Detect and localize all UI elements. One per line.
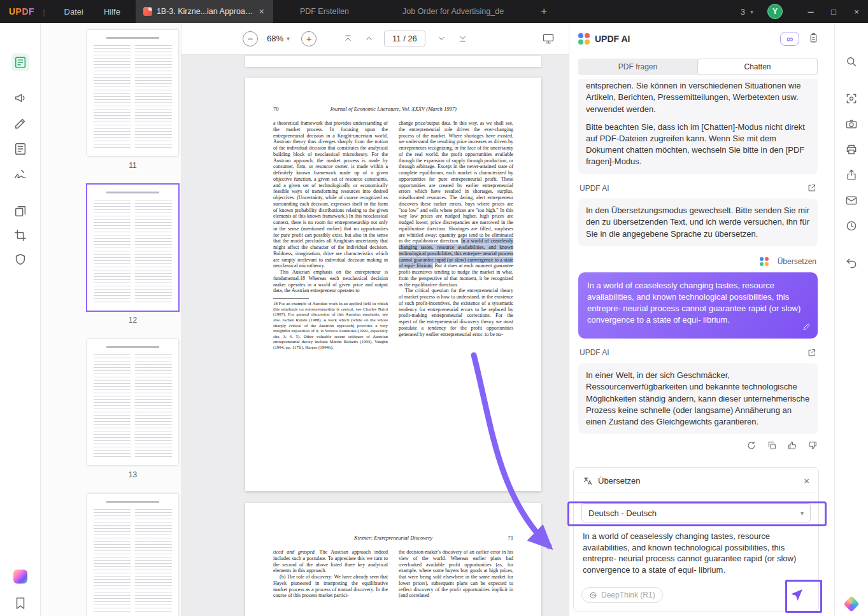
pencil-icon <box>802 322 811 331</box>
thumb-text <box>106 346 159 348</box>
ai-message: In einer Welt, in der sich Geschmäcker, … <box>578 363 818 434</box>
regenerate-button[interactable] <box>746 440 757 451</box>
thumbnail-page-14[interactable] <box>87 494 178 616</box>
undo-button[interactable] <box>844 256 858 270</box>
organize-pages-button[interactable] <box>11 202 29 220</box>
open-in-window-icon[interactable] <box>807 348 816 358</box>
presentation-icon <box>542 32 555 45</box>
left-toolbar <box>0 23 41 616</box>
maximize-button[interactable]: □ <box>822 0 845 23</box>
ai-mode-tabs: PDF fragen Chatten <box>578 59 818 75</box>
new-tab-button[interactable]: + <box>534 5 553 18</box>
deepthink-button[interactable]: DeepThink (R1) <box>581 587 663 603</box>
thumb-text <box>106 37 159 39</box>
avatar[interactable]: Y <box>767 4 783 19</box>
zoom-caret-icon[interactable]: ▾ <box>287 35 290 42</box>
send-button[interactable] <box>784 585 809 605</box>
tab-overflow-button[interactable]: 3 ▾ <box>741 7 753 17</box>
close-button[interactable]: × <box>845 0 868 23</box>
first-page-button[interactable] <box>343 34 353 43</box>
prev-page-button[interactable] <box>364 34 374 43</box>
thumb-text <box>135 200 172 304</box>
chevron-up-icon <box>364 34 374 43</box>
body-text: the decision-maker's discovery of an ear… <box>399 549 513 599</box>
shield-icon <box>13 253 27 267</box>
ocr-button[interactable] <box>844 92 858 106</box>
updf-logo: UPDF <box>9 6 34 17</box>
snapshot-button[interactable] <box>844 117 858 131</box>
tab-count: 3 <box>741 7 745 17</box>
page-number: 71 <box>488 535 513 541</box>
announce-button[interactable] <box>11 89 29 107</box>
next-page-button[interactable] <box>437 34 446 43</box>
crop-button[interactable] <box>11 227 29 244</box>
tab-pdf-erstellen[interactable]: PDF Erstellen <box>273 0 376 23</box>
deepthink-icon <box>589 591 597 599</box>
unlimited-button[interactable]: ∞ <box>780 32 799 46</box>
footnote-rule <box>273 298 309 299</box>
updf-ai-button[interactable] <box>11 568 29 585</box>
thumbnail-panel: 11 12 13 <box>41 23 181 616</box>
zoom-out-button[interactable]: − <box>243 31 258 46</box>
thumbnail-page-11[interactable] <box>87 30 178 156</box>
copy-chat-button[interactable] <box>808 32 819 45</box>
zoom-level[interactable]: 68% <box>267 34 283 43</box>
history-button[interactable] <box>844 219 858 233</box>
protect-button[interactable] <box>11 251 29 269</box>
page-number: 70 <box>273 106 299 112</box>
column-left: a theoretical framework that provides un… <box>273 120 388 351</box>
ai-assistant-button[interactable] <box>844 597 858 611</box>
open-in-window-icon[interactable] <box>807 183 816 193</box>
form-button[interactable] <box>11 140 29 158</box>
form-icon <box>13 142 27 156</box>
tab-pdf-fragen[interactable]: PDF fragen <box>578 59 697 75</box>
camera-icon <box>845 118 858 130</box>
share-button[interactable] <box>844 168 858 182</box>
translate-panel-footer: DeepThink (R1) <box>581 585 809 605</box>
like-button[interactable] <box>787 440 797 451</box>
undo-icon <box>845 256 858 269</box>
language-select[interactable]: Deutsch - Deutsch ▾ <box>581 503 811 522</box>
print-button[interactable] <box>844 143 858 157</box>
last-page-button[interactable] <box>458 34 467 43</box>
tab-chatten[interactable]: Chatten <box>697 59 818 75</box>
tab-job-order[interactable]: Job Order for Advertising_de <box>376 0 530 23</box>
bookmark-button[interactable] <box>11 594 29 612</box>
edit-message-button[interactable] <box>802 322 811 334</box>
close-translate-button[interactable]: × <box>804 475 809 486</box>
reader-mode-button[interactable] <box>11 53 29 71</box>
translate-panel-title: Übersetzen <box>598 476 640 486</box>
copy-button[interactable] <box>767 440 777 451</box>
email-button[interactable] <box>844 193 858 207</box>
presentation-button[interactable] <box>542 32 555 45</box>
pdf-page-70: 70 Journal of Economic Literature, Vol. … <box>245 78 541 491</box>
reader-mode-icon <box>13 55 27 69</box>
page-indicator-input[interactable]: 11 / 26 <box>384 31 425 46</box>
printer-icon <box>845 143 858 156</box>
sign-button[interactable] <box>11 165 29 183</box>
chevron-down-icon: ▾ <box>800 510 804 517</box>
message-sender-row: UPDF AI <box>580 347 816 358</box>
deepthink-label: DeepThink (R1) <box>601 591 655 599</box>
edit-pdf-button[interactable] <box>11 115 29 132</box>
close-tab-icon[interactable]: × <box>258 6 266 17</box>
minimize-button[interactable]: ─ <box>799 0 822 23</box>
chevron-down-icon: ▾ <box>750 8 753 15</box>
translate-panel-header: Übersetzen × <box>574 468 818 493</box>
organize-pages-icon <box>13 204 27 218</box>
body-text: ticed and grasped. The Austrian approach… <box>273 549 388 574</box>
zoom-in-button[interactable]: + <box>301 31 317 46</box>
search-button[interactable] <box>844 55 858 69</box>
body-text: This Austrian emphasis on the entreprene… <box>273 269 388 294</box>
pdf-page-10-bottom <box>245 56 541 67</box>
menu-hilfe[interactable]: Hilfe <box>94 0 131 23</box>
tab-label: 1B-3. Kirzne...ian Approach <box>157 7 253 16</box>
translate-mode-icon <box>760 257 769 266</box>
menu-datei[interactable]: Datei <box>54 0 94 23</box>
thumbnail-page-12[interactable] <box>87 185 178 311</box>
translate-input-text[interactable]: In a world of ceaselessly changing taste… <box>583 531 809 575</box>
thumbnail-page-13[interactable] <box>87 339 178 465</box>
titlebar: UPDF | Datei Hilfe 1B-3. Kirzne...ian Ap… <box>0 0 868 23</box>
dislike-button[interactable] <box>808 440 818 451</box>
tab-document-1[interactable]: 1B-3. Kirzne...ian Approach × <box>136 0 273 23</box>
